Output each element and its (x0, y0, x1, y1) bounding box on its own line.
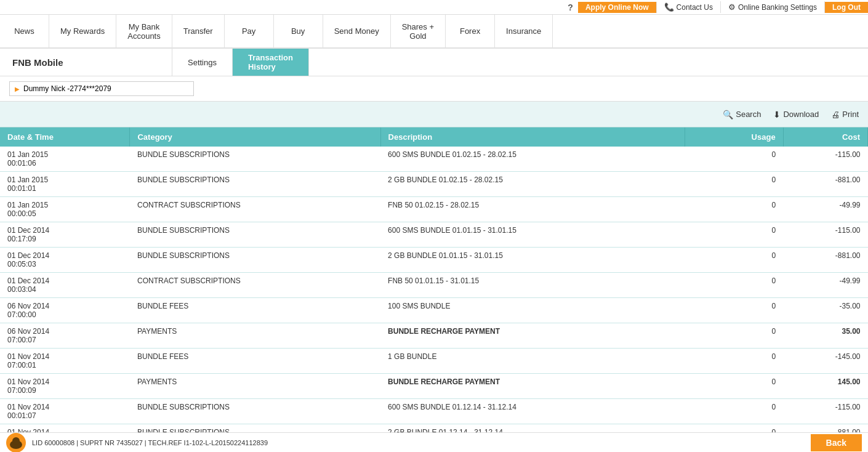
cell-date: 06 Nov 201407:00:00 (0, 298, 130, 323)
cell-description: 100 SMS BUNDLE (380, 298, 685, 323)
back-button[interactable]: Back (811, 434, 862, 451)
col-header-date: Date & Time (0, 127, 130, 147)
settings-gear-icon: ⚙ (728, 2, 736, 12)
col-header-usage: Usage (685, 127, 783, 147)
cell-category: BUNDLE SUBSCRIPTIONS (130, 172, 380, 197)
cell-date: 01 Nov 201407:00:09 (0, 374, 130, 399)
cell-date: 01 Nov 201407:00:01 (0, 349, 130, 374)
cell-date: 01 Dec 201400:03:04 (0, 273, 130, 298)
cell-category: BUNDLE SUBSCRIPTIONS (130, 248, 380, 273)
nav-item-transfer[interactable]: Transfer (172, 15, 225, 47)
transaction-table: Date & Time Category Description Usage C… (0, 127, 868, 452)
cell-usage: 0 (685, 172, 783, 197)
cell-category: BUNDLE SUBSCRIPTIONS (130, 147, 380, 172)
cell-usage: 0 (685, 374, 783, 399)
cell-date: 01 Jan 201500:01:06 (0, 147, 130, 172)
cell-cost: -881.00 (783, 172, 867, 197)
tab-settings[interactable]: Settings (172, 49, 233, 76)
table-row: 01 Dec 201400:03:04CONTRACT SUBSCRIPTION… (0, 273, 868, 298)
nav-item-my-rewards[interactable]: My Rewards (49, 15, 116, 47)
cell-category: BUNDLE SUBSCRIPTIONS (130, 399, 380, 424)
top-bar-links: ? Apply Online Now 📞 Contact Us ⚙ Online… (563, 1, 868, 13)
apply-online-link[interactable]: Apply Online Now (578, 2, 657, 13)
nav-item-forex[interactable]: Forex (446, 15, 495, 47)
cell-cost: -49.99 (783, 273, 867, 298)
cell-category: BUNDLE FEES (130, 349, 380, 374)
top-bar: ? Apply Online Now 📞 Contact Us ⚙ Online… (0, 0, 868, 15)
table-row: 01 Jan 201500:01:06BUNDLE SUBSCRIPTIONS6… (0, 147, 868, 172)
cell-usage: 0 (685, 399, 783, 424)
nav-item-send-money[interactable]: Send Money (323, 15, 391, 47)
online-banking-settings-label: Online Banking Settings (738, 3, 817, 12)
col-header-category: Category (130, 127, 380, 147)
cell-cost: 35.00 (783, 323, 867, 349)
cell-cost: -115.00 (783, 399, 867, 424)
phone-icon: 📞 (664, 2, 674, 12)
cell-description: 2 GB BUNDLE 01.02.15 - 28.02.15 (380, 172, 685, 197)
search-icon: 🔍 (723, 110, 733, 119)
cell-usage: 0 (685, 323, 783, 349)
online-banking-settings-link[interactable]: ⚙ Online Banking Settings (721, 1, 825, 13)
account-name: Dummy Nick -2774***2079 (23, 84, 111, 93)
cell-category: CONTRACT SUBSCRIPTIONS (130, 197, 380, 222)
col-header-description: Description (380, 127, 685, 147)
table-row: 01 Nov 201400:01:07BUNDLE SUBSCRIPTIONS6… (0, 399, 868, 424)
fnb-logo (6, 433, 26, 453)
cell-usage: 0 (685, 197, 783, 222)
print-button[interactable]: 🖨 Print (831, 110, 859, 119)
search-label: Search (736, 110, 761, 119)
contact-us-link[interactable]: 📞 Contact Us (657, 1, 721, 13)
nav-item-insurance[interactable]: Insurance (495, 15, 553, 47)
cell-cost: -49.99 (783, 197, 867, 222)
nav-item-buy[interactable]: Buy (274, 15, 323, 47)
table-row: 01 Nov 201407:00:01BUNDLE FEES1 GB BUNDL… (0, 349, 868, 374)
cell-usage: 0 (685, 147, 783, 172)
contact-us-label: Contact Us (677, 3, 713, 12)
account-selector: ▶ Dummy Nick -2774***2079 (0, 76, 868, 102)
cell-description: 1 GB BUNDLE (380, 349, 685, 374)
cell-cost: -115.00 (783, 222, 867, 248)
table-body: 01 Jan 201500:01:06BUNDLE SUBSCRIPTIONS6… (0, 147, 868, 452)
brand-label: FNB Mobile (0, 49, 172, 76)
apply-online-label: Apply Online Now (585, 3, 649, 12)
print-label: Print (842, 110, 859, 119)
download-button[interactable]: ⬇ Download (773, 110, 819, 119)
cell-usage: 0 (685, 222, 783, 248)
download-label: Download (783, 110, 819, 119)
cell-description: FNB 50 01.01.15 - 31.01.15 (380, 273, 685, 298)
cell-cost: -115.00 (783, 147, 867, 172)
cell-date: 01 Jan 201500:00:05 (0, 197, 130, 222)
svg-point-2 (12, 437, 20, 445)
table-row: 01 Jan 201500:01:01BUNDLE SUBSCRIPTIONS2… (0, 172, 868, 197)
table-row: 01 Jan 201500:00:05CONTRACT SUBSCRIPTION… (0, 197, 868, 222)
cell-cost: 145.00 (783, 374, 867, 399)
col-header-cost: Cost (783, 127, 867, 147)
cell-category: PAYMENTS (130, 374, 380, 399)
cell-usage: 0 (685, 349, 783, 374)
nav-item-pay[interactable]: Pay (225, 15, 274, 47)
download-icon: ⬇ (773, 110, 781, 119)
cell-date: 01 Nov 201400:01:07 (0, 399, 130, 424)
cell-description: 600 SMS BUNDLE 01.12.14 - 31.12.14 (380, 399, 685, 424)
search-button[interactable]: 🔍 Search (723, 110, 761, 119)
cell-description: BUNDLE RECHARGE PAYMENT (380, 374, 685, 399)
main-nav: News My Rewards My BankAccounts Transfer… (0, 15, 868, 49)
table-header: Date & Time Category Description Usage C… (0, 127, 868, 147)
tab-transaction-history[interactable]: TransactionHistory (233, 49, 309, 76)
cell-date: 01 Dec 201400:05:03 (0, 248, 130, 273)
account-dropdown[interactable]: ▶ Dummy Nick -2774***2079 (9, 81, 194, 96)
nav-item-shares[interactable]: Shares +Gold (391, 15, 446, 47)
logout-label: Log Out (832, 3, 861, 12)
transaction-table-container: Date & Time Category Description Usage C… (0, 127, 868, 452)
nav-item-news[interactable]: News (0, 15, 49, 47)
logout-link[interactable]: Log Out (825, 2, 868, 13)
cell-category: BUNDLE SUBSCRIPTIONS (130, 222, 380, 248)
cell-date: 01 Dec 201400:17:09 (0, 222, 130, 248)
cell-date: 06 Nov 201407:00:07 (0, 323, 130, 349)
print-icon: 🖨 (831, 110, 840, 119)
cell-description: 600 SMS BUNDLE 01.02.15 - 28.02.15 (380, 147, 685, 172)
cell-cost: -881.00 (783, 248, 867, 273)
nav-item-my-bank-accounts[interactable]: My BankAccounts (116, 15, 172, 47)
cell-description: BUNDLE RECHARGE PAYMENT (380, 323, 685, 349)
cell-date: 01 Jan 201500:01:01 (0, 172, 130, 197)
